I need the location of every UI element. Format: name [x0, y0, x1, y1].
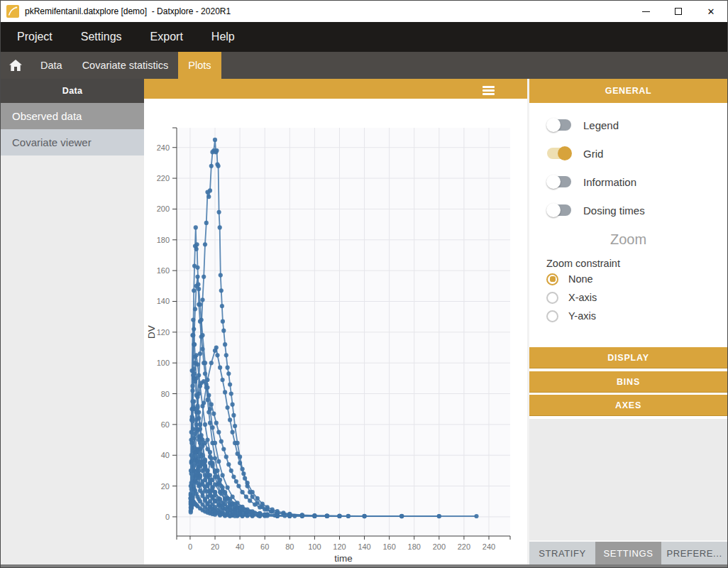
svg-text:60: 60 — [260, 542, 269, 551]
toggle-knob — [546, 118, 561, 132]
menu-item-settings[interactable]: Settings — [81, 31, 122, 43]
tab-plots[interactable]: Plots — [178, 52, 221, 79]
maximize-icon — [675, 8, 682, 15]
plot-panel: 0204060801001201401601802002202400204060… — [144, 79, 527, 564]
svg-text:160: 160 — [382, 542, 395, 551]
main-tab-bar: DataCovariate statisticsPlots — [1, 52, 727, 79]
plot-header — [144, 79, 527, 99]
close-icon: ✕ — [707, 7, 715, 16]
svg-text:0: 0 — [188, 542, 192, 551]
svg-text:60: 60 — [161, 420, 170, 429]
radio-row-none: None — [529, 271, 727, 288]
svg-text:240: 240 — [157, 143, 170, 152]
title-bar: pkRemifentanil.datxplore [demo] - Datxpl… — [1, 1, 727, 22]
plots-sidebar: Data Observed dataCovariate viewer — [1, 79, 144, 564]
toggle-row-grid: Grid — [529, 139, 727, 168]
information-toggle[interactable] — [547, 176, 571, 187]
home-button[interactable] — [1, 52, 31, 79]
svg-text:0: 0 — [165, 513, 170, 521]
accordion-axes[interactable]: AXES — [529, 395, 727, 416]
svg-text:140: 140 — [157, 297, 170, 305]
radio-x-axis[interactable] — [546, 292, 558, 304]
svg-text:140: 140 — [358, 542, 370, 551]
toggle-knob — [558, 146, 572, 160]
maximize-button[interactable] — [662, 1, 695, 22]
svg-text:80: 80 — [161, 390, 170, 398]
accordion-display[interactable]: DISPLAY — [529, 347, 727, 368]
toggle-row-dosing-times: Dosing times — [529, 196, 727, 224]
grid-toggle[interactable] — [547, 148, 571, 159]
datxplore-logo-icon — [6, 5, 19, 18]
sidebar-item-observed-data[interactable]: Observed data — [1, 103, 144, 129]
radio-label-y-axis: Y-axis — [568, 310, 596, 322]
toggle-label-grid: Grid — [583, 148, 603, 160]
svg-text:160: 160 — [157, 266, 170, 275]
observed-data-chart[interactable]: 0204060801001201401601802002202400204060… — [144, 99, 527, 562]
settings-panel: GENERAL LegendGridInformationDosing time… — [529, 79, 727, 564]
y-axis-label: DV — [146, 325, 157, 339]
toggle-label-legend: Legend — [583, 119, 619, 131]
settings-filler — [529, 419, 727, 541]
svg-text:120: 120 — [157, 328, 170, 337]
window-title: pkRemifentanil.datxplore [demo] - Datxpl… — [25, 6, 231, 16]
toggle-knob — [546, 175, 561, 189]
panel-bottom-tabs: STRATIFYSETTINGSPREFERE... — [529, 540, 727, 564]
svg-text:80: 80 — [285, 542, 294, 551]
menu-item-help[interactable]: Help — [211, 31, 235, 43]
svg-text:40: 40 — [236, 542, 244, 551]
menu-bar: ProjectSettingsExportHelp — [1, 22, 727, 52]
svg-text:220: 220 — [157, 174, 170, 182]
bottom-tab-settings[interactable]: SETTINGS — [595, 542, 661, 564]
accordion-bins[interactable]: BINS — [529, 371, 727, 393]
toggle-label-information: Information — [583, 176, 636, 188]
radio-label-none: None — [568, 273, 593, 285]
hamburger-icon — [482, 86, 495, 88]
window-controls: ✕ — [629, 1, 727, 22]
plot-body[interactable]: 0204060801001201401601802002202400204060… — [144, 99, 527, 564]
radio-row-y-axis: Y-axis — [529, 307, 727, 324]
svg-text:240: 240 — [482, 542, 495, 551]
close-button[interactable]: ✕ — [695, 1, 727, 22]
sidebar-filler — [1, 155, 144, 564]
plot-menu-button[interactable] — [482, 86, 495, 95]
svg-text:100: 100 — [157, 359, 170, 367]
radio-y-axis[interactable] — [546, 310, 558, 322]
svg-text:40: 40 — [161, 451, 170, 459]
svg-text:200: 200 — [157, 204, 170, 213]
dosing-times-toggle[interactable] — [547, 204, 571, 216]
radio-row-x-axis: X-axis — [529, 289, 727, 306]
toggle-row-information: Information — [529, 168, 727, 196]
app-window: pkRemifentanil.datxplore [demo] - Datxpl… — [0, 0, 728, 568]
sidebar-header: Data — [1, 79, 144, 103]
general-section-header[interactable]: GENERAL — [529, 79, 727, 103]
zoom-constraint-label: Zoom constraint — [529, 258, 727, 269]
bottom-tab-prefere[interactable]: PREFERE... — [661, 542, 727, 564]
accordion-sections: DISPLAYBINSAXES — [529, 347, 727, 419]
svg-text:180: 180 — [408, 542, 421, 551]
toggle-label-dosing-times: Dosing times — [583, 204, 645, 217]
svg-text:20: 20 — [161, 482, 170, 491]
zoom-constraint-options: NoneX-axisY-axis — [529, 271, 727, 324]
svg-text:100: 100 — [308, 542, 321, 551]
bottom-tab-stratify[interactable]: STRATIFY — [529, 542, 595, 564]
legend-toggle[interactable] — [547, 119, 571, 131]
home-icon — [9, 60, 22, 71]
toggle-knob — [546, 203, 561, 217]
zoom-section-title: Zoom — [529, 231, 727, 248]
svg-text:180: 180 — [157, 236, 170, 244]
svg-text:20: 20 — [211, 542, 219, 551]
svg-text:200: 200 — [433, 542, 446, 551]
menu-item-project[interactable]: Project — [17, 31, 53, 43]
content-area: Data Observed dataCovariate viewer 02040… — [1, 79, 727, 564]
toggle-row-legend: Legend — [529, 111, 727, 139]
menu-item-export[interactable]: Export — [150, 31, 183, 43]
tab-covariate-statistics[interactable]: Covariate statistics — [72, 52, 179, 79]
toggle-list: LegendGridInformationDosing times — [529, 111, 727, 224]
svg-text:220: 220 — [458, 542, 470, 551]
window-bottom-edge — [1, 564, 727, 567]
minimize-button[interactable] — [629, 1, 662, 22]
radio-none[interactable] — [546, 273, 558, 285]
general-settings-area: LegendGridInformationDosing times Zoom Z… — [529, 103, 727, 347]
tab-data[interactable]: Data — [31, 52, 72, 79]
sidebar-item-covariate-viewer[interactable]: Covariate viewer — [1, 129, 144, 155]
